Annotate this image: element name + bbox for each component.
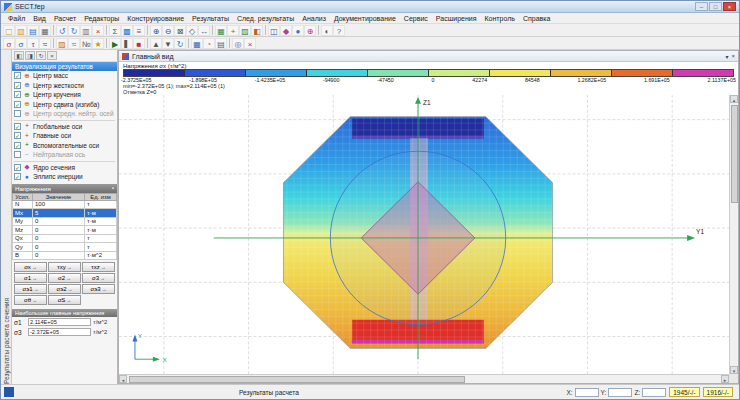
axes-icon[interactable]: + — [227, 25, 239, 36]
coord-input-1[interactable] — [608, 388, 632, 397]
scroll-up-icon[interactable]: ▴ — [730, 95, 738, 103]
table-row[interactable]: Mx5т·м — [13, 209, 117, 218]
new-icon[interactable]: ▢ — [3, 25, 15, 36]
checkbox[interactable] — [14, 151, 21, 158]
table-cell[interactable]: N — [13, 200, 33, 209]
delete-icon[interactable]: × — [92, 25, 104, 36]
fit-view-icon[interactable]: ◇ — [186, 25, 198, 36]
play-icon[interactable]: ▶ — [109, 38, 121, 49]
isolines-icon[interactable]: ≈ — [68, 38, 80, 49]
zoom-in-icon[interactable]: ⊕ — [150, 25, 162, 36]
horizontal-scrollbar[interactable]: ◂ ▸ — [119, 374, 729, 383]
dock-icon[interactable]: ◧ — [14, 51, 24, 60]
core-icon[interactable]: ◆ — [280, 25, 292, 36]
checkbox[interactable]: ✓ — [14, 164, 21, 171]
menu-item-4[interactable]: Конструирование — [123, 15, 188, 22]
stress-button-σ1[interactable]: σ1 — [14, 273, 47, 283]
sidebar-option-2-0[interactable]: ✓◆Ядро сечения — [12, 163, 117, 173]
scale-up-icon[interactable]: ▲ — [150, 38, 162, 49]
stress-button-τxy[interactable]: τxy — [48, 262, 81, 272]
pan-icon[interactable]: ↔ — [198, 25, 210, 36]
zoom-window-icon[interactable]: ⊠ — [174, 25, 186, 36]
stress-button-σэ1[interactable]: σэ1 — [14, 284, 47, 294]
von-mises-icon[interactable]: ≈ — [39, 38, 51, 49]
view-close-icon[interactable]: × — [731, 53, 735, 60]
table-cell[interactable]: т — [85, 243, 117, 252]
sidebar-option-0-3[interactable]: ✓⊕Центр сдвига (изгиба) — [12, 100, 117, 110]
stop-icon[interactable]: ■ — [133, 38, 145, 49]
table-cell[interactable]: т·м — [85, 226, 117, 235]
stress-button-σS[interactable]: σS — [48, 295, 81, 305]
refresh-view-icon[interactable]: ↻ — [174, 38, 186, 49]
minimize-button[interactable]: – — [695, 2, 708, 11]
stress-button-σэ3[interactable]: σэ3 — [82, 284, 115, 294]
extremes-icon[interactable]: ★ — [92, 38, 104, 49]
table-row[interactable]: N100т — [13, 200, 117, 209]
help-icon[interactable]: ? — [333, 25, 345, 36]
sidebar-option-0-2[interactable]: ✓⊕Центр кручения — [12, 90, 117, 100]
menu-item-3[interactable]: Редакторы — [80, 15, 123, 22]
centers-icon[interactable]: ⊕ — [304, 25, 316, 36]
report-icon[interactable]: ≡ — [133, 25, 145, 36]
sidebar-option-1-2[interactable]: ✓+Вспомогательные оси — [12, 141, 117, 151]
float-icon[interactable]: ◨ — [25, 51, 35, 60]
close-panel-icon[interactable]: × — [244, 38, 256, 49]
menu-item-5[interactable]: Результаты — [188, 15, 233, 22]
side-tab-strip[interactable]: Результаты расчета сечения — [1, 50, 12, 384]
sidebar-option-0-0[interactable]: ✓⊕Центр масс — [12, 71, 117, 81]
checkbox[interactable]: ✓ — [14, 123, 21, 130]
stress-button-τxz[interactable]: τxz — [82, 262, 115, 272]
palette-icon[interactable]: ◧ — [251, 25, 263, 36]
checkbox[interactable]: ✓ — [14, 91, 21, 98]
principal-value[interactable]: -2.372E+05 — [28, 328, 91, 336]
redo-icon[interactable]: ↻ — [68, 25, 80, 36]
grid-icon[interactable]: ▦ — [215, 25, 227, 36]
app-corner-icon[interactable] — [4, 387, 14, 397]
table-icon[interactable]: ▦ — [191, 38, 203, 49]
stress-button-σx[interactable]: σx — [14, 262, 47, 272]
sidebar-option-0-1[interactable]: ✓⊕Центр жесткости — [12, 81, 117, 91]
table-cell[interactable]: 0 — [33, 217, 85, 226]
menu-item-9[interactable]: Сервис — [400, 15, 432, 22]
isofields-icon[interactable]: ▨ — [56, 38, 68, 49]
panel-collapse-icon[interactable]: ▪ — [112, 185, 114, 191]
checkbox[interactable]: ✓ — [14, 82, 21, 89]
pause-icon[interactable]: ▌ — [121, 38, 133, 49]
sidebar-option-1-0[interactable]: ✓+Глобальные оси — [12, 122, 117, 132]
principal-value[interactable]: 2.114E+05 — [28, 318, 91, 326]
checkbox[interactable]: ✓ — [14, 72, 21, 79]
menu-item-7[interactable]: Анализ — [298, 15, 330, 22]
stress-button-σθ[interactable]: σθ — [14, 295, 47, 305]
save-icon[interactable]: ▤ — [27, 25, 39, 36]
pin-icon[interactable]: ◎ — [232, 38, 244, 49]
scroll-right-icon[interactable]: ▸ — [721, 375, 729, 383]
document-icon[interactable]: ▤ — [215, 38, 227, 49]
ellipse-icon[interactable]: ● — [292, 25, 304, 36]
stress-x-icon[interactable]: σ — [3, 38, 15, 49]
vertical-scroll-thumb[interactable] — [731, 105, 738, 203]
chart-icon[interactable]: ◔ — [203, 38, 215, 49]
table-cell[interactable]: 0 — [33, 226, 85, 235]
menu-item-12[interactable]: Справка — [519, 15, 554, 22]
shear-icon[interactable]: τ — [27, 38, 39, 49]
coord-input-2[interactable] — [642, 388, 666, 397]
close-button[interactable]: × — [723, 2, 736, 11]
table-cell[interactable]: 0 — [33, 251, 85, 260]
sidebar-option-1-3[interactable]: −Нейтральная ось — [12, 150, 117, 160]
menu-item-8[interactable]: Документирование — [330, 15, 400, 22]
checkbox[interactable]: ✓ — [14, 101, 21, 108]
mesh-icon[interactable]: ▨ — [239, 25, 251, 36]
table-cell[interactable]: Mx — [13, 209, 33, 218]
zoom-out-icon[interactable]: ⊖ — [162, 25, 174, 36]
maximize-button[interactable]: □ — [709, 2, 722, 11]
section-icon[interactable]: ◫ — [268, 25, 280, 36]
scroll-left-icon[interactable]: ◂ — [119, 375, 127, 383]
menu-item-0[interactable]: Файл — [4, 15, 29, 22]
print-icon[interactable]: ▦ — [39, 25, 51, 36]
table-cell[interactable]: Qy — [13, 243, 33, 252]
menu-item-10[interactable]: Расширения — [432, 15, 481, 22]
table-cell[interactable]: 5 — [33, 209, 85, 218]
table-row[interactable]: My0т·м — [13, 217, 117, 226]
table-row[interactable]: B0т·м^2 — [13, 251, 117, 260]
scroll-down-icon[interactable]: ▾ — [730, 366, 738, 374]
